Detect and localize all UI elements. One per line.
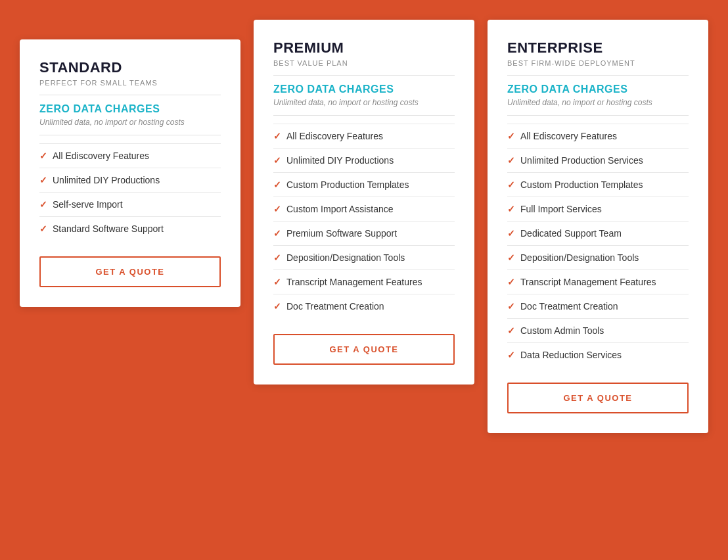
checkmark-icon: ✓ bbox=[273, 155, 281, 166]
checkmark-icon: ✓ bbox=[507, 131, 515, 141]
checkmark-icon: ✓ bbox=[507, 252, 515, 263]
checkmark-icon: ✓ bbox=[507, 325, 515, 336]
list-item: ✓Transcript Management Features bbox=[273, 269, 455, 294]
list-item: ✓Custom Import Assistance bbox=[273, 197, 455, 221]
checkmark-icon: ✓ bbox=[273, 204, 281, 214]
feature-label: Self-serve Import bbox=[53, 199, 123, 210]
features-list-premium: ✓All Ediscovery Features✓Unlimited DIY P… bbox=[273, 124, 455, 318]
feature-label: Standard Software Support bbox=[53, 223, 164, 234]
checkmark-icon: ✓ bbox=[507, 179, 515, 190]
checkmark-icon: ✓ bbox=[507, 155, 515, 166]
zero-data-sub-enterprise: Unlimited data, no import or hosting cos… bbox=[507, 98, 689, 107]
feature-label: All Ediscovery Features bbox=[53, 151, 149, 161]
zero-data-title-standard: ZERO DATA CHARGES bbox=[39, 103, 221, 115]
feature-label: Doc Treatment Creation bbox=[286, 301, 384, 312]
divider bbox=[507, 75, 689, 76]
list-item: ✓Unlimited DIY Productions bbox=[39, 168, 221, 192]
plan-name-premium: PREMIUM bbox=[273, 39, 455, 57]
list-item: ✓Dedicated Support Team bbox=[507, 221, 689, 245]
feature-label: Custom Admin Tools bbox=[520, 325, 604, 336]
feature-label: Premium Software Support bbox=[286, 228, 397, 239]
checkmark-icon: ✓ bbox=[39, 175, 47, 185]
checkmark-icon: ✓ bbox=[273, 252, 281, 263]
feature-label: All Ediscovery Features bbox=[286, 131, 383, 141]
divider bbox=[273, 115, 455, 116]
plan-tagline-enterprise: BEST FIRM-WIDE DEPLOYMENT bbox=[507, 59, 689, 67]
get-quote-button-premium[interactable]: GET A QUOTE bbox=[273, 334, 455, 365]
list-item: ✓Unlimited DIY Productions bbox=[273, 148, 455, 172]
feature-label: Custom Production Templates bbox=[286, 179, 409, 190]
feature-label: Transcript Management Features bbox=[520, 277, 656, 287]
checkmark-icon: ✓ bbox=[39, 223, 47, 234]
features-list-enterprise: ✓All Ediscovery Features✓Unlimited Produ… bbox=[507, 124, 689, 367]
checkmark-icon: ✓ bbox=[273, 277, 281, 287]
feature-label: Unlimited Production Services bbox=[520, 155, 643, 166]
feature-label: Full Import Services bbox=[520, 204, 602, 214]
divider bbox=[507, 115, 689, 116]
divider bbox=[39, 135, 221, 135]
divider bbox=[39, 95, 221, 95]
divider bbox=[273, 75, 455, 76]
feature-label: Custom Import Assistance bbox=[286, 204, 394, 214]
feature-label: Deposition/Designation Tools bbox=[286, 252, 405, 263]
features-list-standard: ✓All Ediscovery Features✓Unlimited DIY P… bbox=[39, 143, 221, 241]
list-item: ✓All Ediscovery Features bbox=[507, 124, 689, 148]
list-item: ✓All Ediscovery Features bbox=[273, 124, 455, 148]
feature-label: Doc Treatment Creation bbox=[520, 301, 618, 312]
checkmark-icon: ✓ bbox=[273, 228, 281, 239]
get-quote-button-enterprise[interactable]: GET A QUOTE bbox=[507, 383, 689, 413]
checkmark-icon: ✓ bbox=[273, 179, 281, 190]
plan-name-enterprise: ENTERPRISE bbox=[507, 39, 689, 57]
feature-label: All Ediscovery Features bbox=[520, 131, 617, 141]
feature-label: Transcript Management Features bbox=[286, 277, 422, 287]
plan-name-standard: STANDARD bbox=[39, 59, 221, 76]
list-item: ✓Self-serve Import bbox=[39, 192, 221, 216]
feature-label: Data Reduction Services bbox=[520, 350, 622, 360]
list-item: ✓Transcript Management Features bbox=[507, 269, 689, 294]
zero-data-sub-standard: Unlimited data, no import or hosting cos… bbox=[39, 118, 221, 127]
list-item: ✓Deposition/Designation Tools bbox=[273, 245, 455, 269]
list-item: ✓Custom Production Templates bbox=[507, 172, 689, 197]
zero-data-title-enterprise: ZERO DATA CHARGES bbox=[507, 83, 689, 95]
list-item: ✓Doc Treatment Creation bbox=[273, 294, 455, 318]
zero-data-sub-premium: Unlimited data, no import or hosting cos… bbox=[273, 98, 455, 107]
list-item: ✓Standard Software Support bbox=[39, 216, 221, 241]
feature-label: Unlimited DIY Productions bbox=[53, 175, 160, 185]
list-item: ✓Custom Production Templates bbox=[273, 172, 455, 197]
checkmark-icon: ✓ bbox=[507, 204, 515, 214]
checkmark-icon: ✓ bbox=[273, 131, 281, 141]
pricing-card-standard: STANDARDPERFECT FOR SMALL TEAMSZERO DATA… bbox=[20, 39, 240, 307]
list-item: ✓All Ediscovery Features bbox=[39, 143, 221, 168]
pricing-card-enterprise: ENTERPRISEBEST FIRM-WIDE DEPLOYMENTZERO … bbox=[488, 20, 708, 433]
list-item: ✓Full Import Services bbox=[507, 197, 689, 221]
list-item: ✓Premium Software Support bbox=[273, 221, 455, 245]
checkmark-icon: ✓ bbox=[273, 301, 281, 312]
checkmark-icon: ✓ bbox=[507, 301, 515, 312]
checkmark-icon: ✓ bbox=[507, 350, 515, 360]
pricing-container: STANDARDPERFECT FOR SMALL TEAMSZERO DATA… bbox=[13, 13, 715, 433]
get-quote-button-standard[interactable]: GET A QUOTE bbox=[39, 256, 221, 287]
plan-tagline-standard: PERFECT FOR SMALL TEAMS bbox=[39, 79, 221, 87]
checkmark-icon: ✓ bbox=[39, 199, 47, 210]
list-item: ✓Custom Admin Tools bbox=[507, 318, 689, 342]
checkmark-icon: ✓ bbox=[507, 228, 515, 239]
feature-label: Dedicated Support Team bbox=[520, 228, 622, 239]
plan-tagline-premium: BEST VALUE PLAN bbox=[273, 59, 455, 67]
list-item: ✓Deposition/Designation Tools bbox=[507, 245, 689, 269]
zero-data-title-premium: ZERO DATA CHARGES bbox=[273, 83, 455, 95]
feature-label: Deposition/Designation Tools bbox=[520, 252, 639, 263]
list-item: ✓Unlimited Production Services bbox=[507, 148, 689, 172]
checkmark-icon: ✓ bbox=[39, 151, 47, 161]
list-item: ✓Data Reduction Services bbox=[507, 342, 689, 367]
feature-label: Custom Production Templates bbox=[520, 179, 643, 190]
list-item: ✓Doc Treatment Creation bbox=[507, 294, 689, 318]
checkmark-icon: ✓ bbox=[507, 277, 515, 287]
pricing-card-premium: PREMIUMBEST VALUE PLANZERO DATA CHARGESU… bbox=[254, 20, 474, 385]
feature-label: Unlimited DIY Productions bbox=[286, 155, 394, 166]
